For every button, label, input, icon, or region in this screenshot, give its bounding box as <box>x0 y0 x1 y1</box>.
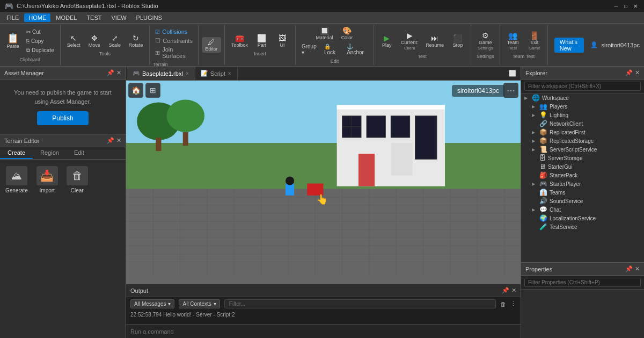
clear-tool[interactable]: 🗑 Clear <box>67 166 88 193</box>
explorer-search-input[interactable] <box>524 82 641 91</box>
tree-item-workspace[interactable]: ▶ 🌐 Workspace <box>521 94 644 102</box>
command-bar[interactable]: Run a command <box>126 324 521 338</box>
scale-button[interactable]: ⤢ Scale <box>105 33 125 49</box>
whats-new-button[interactable]: What's New <box>554 38 584 53</box>
generate-tool[interactable]: ⛰ Generate <box>5 166 28 193</box>
tab-script[interactable]: 📝 Script ✕ <box>195 67 238 80</box>
tab-script-close[interactable]: ✕ <box>228 71 232 76</box>
editor-button[interactable]: 🖊 Editor <box>202 37 221 53</box>
toolbox-button[interactable]: 🧰 Toolbox <box>228 33 251 49</box>
color-button[interactable]: 🎨 Color <box>337 26 356 41</box>
terrain-tab-region[interactable]: Region <box>33 147 67 159</box>
test-row: ▶ Play ▶ Current: Client ⏭ Resume ⬛ Stop <box>377 31 467 52</box>
terrain-editor-pin-button[interactable]: 📌 <box>107 137 114 144</box>
tree-item-players[interactable]: ▶ 👥 Players <box>521 102 644 111</box>
join-surfaces-toggle[interactable]: ⊞ Join Surfaces <box>153 46 195 60</box>
tree-item-replicated-first[interactable]: ▶ 📦 ReplicatedFirst <box>521 128 644 136</box>
tab-maximize-button[interactable]: ⬜ <box>509 70 516 76</box>
tree-item-test-service[interactable]: 🧪 TestService <box>521 222 644 231</box>
tab-baseplate-icon: 🎮 <box>133 70 140 77</box>
menu-home[interactable]: HOME <box>24 13 50 22</box>
terrain-tab-create[interactable]: Create <box>0 147 33 159</box>
vp-grid-button[interactable]: ⊞ <box>145 83 160 98</box>
output-pin-button[interactable]: 📌 <box>502 287 509 294</box>
constraints-toggle[interactable]: ☐ Constraints <box>153 37 195 45</box>
tree-item-server-script[interactable]: ▶ 📜 ServerScriptService <box>521 145 644 154</box>
properties-search-input[interactable] <box>524 278 641 287</box>
minimize-button[interactable]: ─ <box>612 2 620 10</box>
menu-test[interactable]: TEST <box>82 13 106 22</box>
explorer-close-button[interactable]: ✕ <box>635 69 640 76</box>
menu-model[interactable]: MODEL <box>52 13 81 22</box>
game-settings-button[interactable]: ⚙ Game Settings <box>474 31 496 52</box>
exit-game-icon: 🚪 <box>530 32 539 39</box>
vp-home-button[interactable]: 🏠 <box>128 83 143 98</box>
import-label: Import <box>40 188 55 193</box>
exit-game-button[interactable]: 🚪 Exit Game <box>525 31 544 52</box>
properties-pin-button[interactable]: 📌 <box>625 265 633 272</box>
move-button[interactable]: ✥ Move <box>85 33 104 49</box>
resume-button[interactable]: ⏭ Resume <box>422 33 447 49</box>
tree-item-sound-service[interactable]: 🔊 SoundService <box>521 197 644 205</box>
lock-button[interactable]: 🔒 Lock <box>321 42 343 56</box>
tree-item-starter-gui[interactable]: 🖥 StarterGui <box>521 162 644 171</box>
collisions-toggle[interactable]: ☑ Collisions <box>153 28 189 35</box>
select-button[interactable]: ↖ Select <box>64 33 84 49</box>
close-button[interactable]: ✕ <box>631 2 640 10</box>
play-label: Play <box>382 42 392 48</box>
network-label: NetworkClient <box>550 121 641 127</box>
stop-button[interactable]: ⬛ Stop <box>448 33 467 49</box>
maximize-button[interactable]: □ <box>621 2 630 10</box>
tree-item-replicated-storage[interactable]: ▶ 📦 ReplicatedStorage <box>521 136 644 145</box>
contexts-dropdown[interactable]: All Contexts ▾ <box>179 299 219 308</box>
import-tool[interactable]: 📥 Import <box>36 166 58 193</box>
duplicate-button[interactable]: ⧉ Duplicate <box>24 46 57 55</box>
lighting-label: Lighting <box>550 112 641 118</box>
play-button[interactable]: ▶ Play <box>377 33 397 49</box>
copy-button[interactable]: ⎘ Copy <box>24 37 57 45</box>
group-button[interactable]: Group ▾ <box>299 42 320 56</box>
output-options-button[interactable]: ⋮ <box>510 300 516 307</box>
terrain-editor-close-button[interactable]: ✕ <box>116 137 121 144</box>
cut-button[interactable]: ✂ Cut <box>24 28 57 36</box>
asset-manager-close-button[interactable]: ✕ <box>116 69 121 76</box>
output-close-button[interactable]: ✕ <box>511 287 516 294</box>
material-button[interactable]: 🔲 Material <box>312 26 336 41</box>
publish-button[interactable]: Publish <box>37 111 88 125</box>
menu-plugins[interactable]: PLUGINS <box>132 13 166 22</box>
workspace-label: Workspace <box>542 95 641 101</box>
menu-file[interactable]: FILE <box>2 13 23 22</box>
tree-item-lighting[interactable]: ▶ 💡 Lighting <box>521 111 644 119</box>
terrain-tab-edit[interactable]: Edit <box>67 147 92 159</box>
tree-item-starter-pack[interactable]: 🎒 StarterPack <box>521 171 644 179</box>
tree-item-localization[interactable]: 🌍 LocalizationService <box>521 214 644 222</box>
paste-button[interactable]: 📋 Paste <box>3 32 23 50</box>
part-button[interactable]: ⬜ Part <box>252 33 272 49</box>
menu-view[interactable]: VIEW <box>107 13 130 22</box>
output-filter-input[interactable] <box>224 299 496 308</box>
messages-dropdown[interactable]: All Messages ▾ <box>130 299 174 308</box>
ui-button[interactable]: 🖼 UI <box>273 33 292 49</box>
rotate-button[interactable]: ↻ Rotate <box>126 33 147 49</box>
tab-baseplate-close[interactable]: ✕ <box>185 71 189 76</box>
team-test-button[interactable]: 👥 Team Test <box>503 31 523 52</box>
asset-manager-title: Asset Manager <box>4 70 44 76</box>
tree-item-server-storage[interactable]: 🗄 ServerStorage <box>521 154 644 162</box>
explorer-pin-button[interactable]: 📌 <box>625 69 633 76</box>
teams-label: Teams <box>550 190 641 196</box>
svg-rect-37 <box>415 116 437 160</box>
output-clear-button[interactable]: 🗑 <box>500 301 506 307</box>
tree-item-starter-player[interactable]: ▶ 🎮 StarterPlayer <box>521 179 644 188</box>
current-client-button[interactable]: ▶ Current: Client <box>398 31 422 52</box>
tree-item-teams[interactable]: 👔 Teams <box>521 188 644 197</box>
toolbar-test: ▶ Play ▶ Current: Client ⏭ Resume ⬛ Stop… <box>374 25 471 65</box>
viewport[interactable]: 👆 🏠 ⊞ siroitori0413pc ⋯ <box>126 81 521 284</box>
tree-item-network-client[interactable]: 🔗 NetworkClient <box>521 119 644 128</box>
tree-item-chat[interactable]: ▶ 💬 Chat <box>521 205 644 214</box>
viewport-more-button[interactable]: ⋯ <box>503 83 518 98</box>
properties-panel: Properties 📌 ✕ <box>521 263 644 338</box>
anchor-button[interactable]: ⚓ Anchor <box>344 42 370 56</box>
asset-manager-pin-button[interactable]: 📌 <box>107 69 114 76</box>
tab-baseplate[interactable]: 🎮 Baseplate1.rbxl ✕ <box>127 67 195 80</box>
properties-close-button[interactable]: ✕ <box>635 265 640 272</box>
